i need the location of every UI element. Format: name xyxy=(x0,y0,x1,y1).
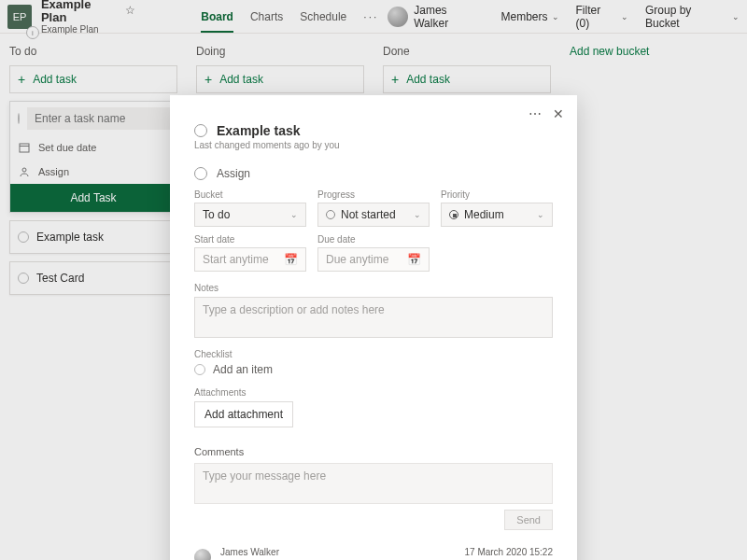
calendar-icon: 📅 xyxy=(407,253,421,266)
checklist-add-label: Add an item xyxy=(213,363,273,376)
assign-label: Assign xyxy=(217,167,250,180)
task-complete-toggle[interactable] xyxy=(194,124,207,137)
start-date-input[interactable]: Start anytime 📅 xyxy=(194,247,306,272)
due-date-placeholder: Due anytime xyxy=(326,253,388,266)
notes-label: Notes xyxy=(194,283,553,293)
start-date-placeholder: Start anytime xyxy=(203,253,269,266)
priority-icon xyxy=(449,210,458,219)
priority-select[interactable]: Medium ⌄ xyxy=(441,203,553,227)
bucket-field-label: Bucket xyxy=(194,189,306,200)
calendar-icon: 📅 xyxy=(284,253,298,266)
more-options-icon[interactable]: ⋯ xyxy=(529,106,542,121)
attachments-label: Attachments xyxy=(194,387,553,398)
progress-value: Not started xyxy=(341,208,396,221)
task-detail-modal: ⋯ ✕ Example task Last changed moments ag… xyxy=(170,95,577,560)
avatar xyxy=(194,549,211,560)
progress-status-icon xyxy=(326,210,335,219)
send-button[interactable]: Send xyxy=(504,510,553,530)
due-date-input[interactable]: Due anytime 📅 xyxy=(317,247,430,272)
comment-input[interactable]: Type your message here xyxy=(194,463,553,504)
modal-overlay[interactable]: ⋯ ✕ Example task Last changed moments ag… xyxy=(0,0,747,560)
chevron-down-icon: ⌄ xyxy=(537,210,544,219)
assign-button[interactable]: Assign xyxy=(194,167,553,180)
checklist-item-toggle[interactable] xyxy=(194,364,205,375)
activity-author: James Walker xyxy=(220,547,279,557)
last-changed-text: Last changed moments ago by you xyxy=(194,140,553,150)
close-icon[interactable]: ✕ xyxy=(553,106,564,121)
bucket-value: To do xyxy=(203,208,230,221)
progress-select[interactable]: Not started ⌄ xyxy=(317,203,430,227)
priority-field-label: Priority xyxy=(441,189,553,200)
priority-value: Medium xyxy=(464,208,504,221)
progress-field-label: Progress xyxy=(317,189,430,200)
add-attachment-button[interactable]: Add attachment xyxy=(194,401,293,427)
person-icon xyxy=(194,167,207,180)
task-title[interactable]: Example task xyxy=(217,123,301,138)
checklist-add-item[interactable]: Add an item xyxy=(194,363,553,376)
comments-label: Comments xyxy=(194,446,553,457)
bucket-select[interactable]: To do ⌄ xyxy=(194,203,306,227)
notes-textarea[interactable]: Type a description or add notes here xyxy=(194,297,553,338)
activity-entry: James Walker 17 March 2020 15:22 New Tas… xyxy=(194,547,553,560)
activity-timestamp: 17 March 2020 15:22 xyxy=(464,547,553,557)
due-date-label: Due date xyxy=(317,234,430,245)
checklist-label: Checklist xyxy=(194,349,553,359)
chevron-down-icon: ⌄ xyxy=(414,210,421,219)
chevron-down-icon: ⌄ xyxy=(290,210,298,219)
start-date-label: Start date xyxy=(194,234,306,245)
